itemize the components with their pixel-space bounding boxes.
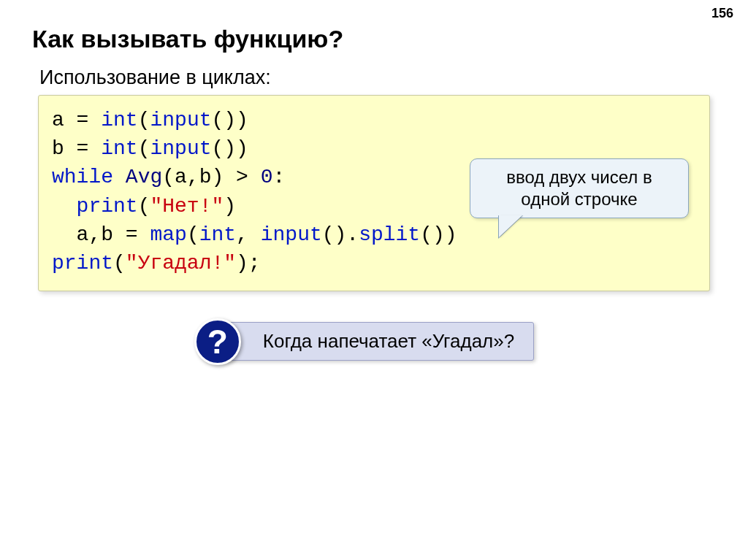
- slide-subtitle: Использование в циклах:: [39, 66, 716, 89]
- code-token: while: [52, 166, 113, 188]
- code-token: );: [236, 252, 261, 275]
- question-box: ? Когда напечатает «Угадал»?: [214, 322, 534, 361]
- code-token: print: [52, 252, 113, 275]
- code-block: a = int(input()) b = int(input()) while …: [38, 95, 710, 291]
- code-token: map: [150, 223, 186, 246]
- question-badge: ?: [194, 318, 241, 365]
- code-token: :: [273, 166, 286, 188]
- callout-line: одной строчке: [481, 188, 678, 210]
- code-token: (a,b): [162, 166, 224, 188]
- code-token: (: [138, 195, 150, 218]
- callout-tail: [499, 215, 522, 237]
- slide-title: Как вызывать функцию?: [32, 25, 716, 53]
- code-line: a = int(input()): [52, 106, 696, 134]
- code-token: input: [150, 137, 211, 160]
- code-token: ()): [211, 137, 248, 160]
- callout: ввод двух чисел в одной строчке: [470, 158, 689, 218]
- code-token: ()): [211, 109, 248, 131]
- code-token: int: [101, 109, 137, 131]
- page-number: 156: [711, 6, 733, 21]
- code-token: (: [113, 252, 126, 275]
- code-token: Avg: [126, 166, 162, 188]
- code-token: ,: [236, 223, 261, 246]
- code-line: print("Угадал!");: [52, 249, 696, 277]
- code-token: =: [64, 109, 101, 131]
- code-token: [52, 195, 77, 218]
- code-token: b: [52, 137, 64, 160]
- code-token: =: [64, 137, 101, 160]
- code-token: ): [224, 195, 236, 218]
- code-token: print: [77, 195, 138, 218]
- code-token: (: [187, 223, 199, 246]
- code-token: input: [261, 223, 322, 246]
- code-token: a: [52, 109, 64, 131]
- code-token: ().: [322, 223, 359, 246]
- code-line: a,b = map(int, input().split()): [52, 220, 696, 249]
- code-token: 0: [261, 166, 273, 188]
- code-token: =: [113, 223, 150, 246]
- code-token: split: [359, 223, 420, 246]
- question-row: ? Когда напечатает «Угадал»?: [32, 322, 716, 361]
- question-mark-icon: ?: [207, 325, 228, 358]
- code-token: (: [138, 137, 150, 160]
- code-token: int: [199, 223, 236, 246]
- code-token: "Угадал!": [126, 252, 236, 275]
- code-token: a,b: [77, 223, 113, 246]
- callout-bubble: ввод двух чисел в одной строчке: [470, 158, 689, 218]
- code-token: ()): [420, 223, 457, 246]
- code-token: >: [224, 166, 260, 188]
- code-token: "Нет!": [150, 195, 224, 218]
- code-token: [113, 166, 126, 188]
- code-token: input: [150, 109, 211, 131]
- code-token: int: [101, 137, 137, 160]
- question-text: Когда напечатает «Угадал»?: [263, 330, 514, 352]
- callout-line: ввод двух чисел в: [481, 166, 678, 188]
- code-token: (: [138, 109, 150, 131]
- code-token: [52, 223, 77, 246]
